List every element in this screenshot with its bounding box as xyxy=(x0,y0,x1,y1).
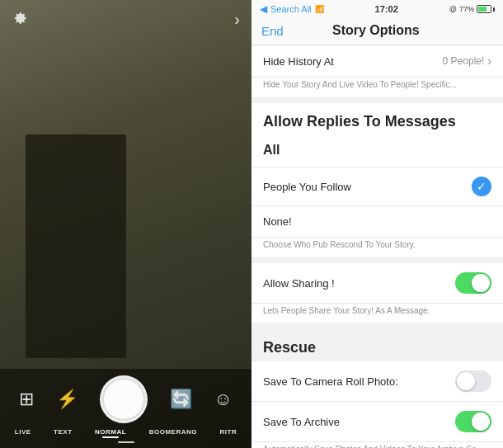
settings-icon[interactable] xyxy=(12,10,28,31)
none-subtitle: Choose Who Pub Rescond To Your Story. xyxy=(252,238,503,257)
camera-roll-toggle[interactable] xyxy=(455,370,491,392)
people-follow-label: People You Follow xyxy=(263,181,351,193)
battery-icon xyxy=(477,5,495,13)
camera-controls-row: ⊞ ⚡ 🔄 ☺ xyxy=(0,375,252,423)
hide-history-chevron: › xyxy=(487,54,491,68)
rescue-options: Save To Camera Roll Photo: Save To Archi… xyxy=(252,361,503,448)
all-option-label: All xyxy=(263,143,280,158)
hide-history-section: Hide History At 0 People! › Hide Your St… xyxy=(252,45,503,97)
allow-sharing-label: Allow Sharing ! xyxy=(263,277,335,290)
camera-roll-row[interactable]: Save To Camera Roll Photo: xyxy=(252,361,503,402)
allow-replies-header: Allow Replies To Messages xyxy=(252,103,503,134)
scroll-content: Hide History At 0 People! › Hide Your St… xyxy=(252,45,503,448)
shutter-button[interactable] xyxy=(100,375,148,423)
archive-subtitle: Automatically Save Photos And Videos To … xyxy=(252,442,503,448)
none-label: None! xyxy=(263,215,292,228)
allow-sharing-row[interactable]: Allow Sharing ! xyxy=(252,263,503,304)
battery-percent: 77% xyxy=(459,5,474,13)
camera-roll-label: Save To Camera Roll Photo: xyxy=(263,375,398,388)
wifi-signal-icon: 📶 xyxy=(315,5,324,13)
status-left[interactable]: ◀ Search All 📶 xyxy=(260,3,324,15)
mode-text[interactable]: TEXT xyxy=(54,428,72,438)
mode-live[interactable]: LIVE xyxy=(15,428,31,438)
allow-sharing-section: Allow Sharing ! Lets People Share Your S… xyxy=(252,263,503,323)
camera-forward-icon[interactable]: › xyxy=(234,10,240,29)
search-all-label[interactable]: Search All xyxy=(270,4,312,14)
allow-sharing-subtitle: Lets People Share Your Story! As A Messa… xyxy=(252,304,503,323)
allow-sharing-toggle[interactable] xyxy=(455,272,491,294)
mode-rewind[interactable]: RITR xyxy=(220,428,237,438)
effects-icon[interactable]: ☺ xyxy=(214,389,232,410)
camera-bottom-bar: ⊞ ⚡ 🔄 ☺ LIVE TEXT NORMAL BOOMERANG RITR xyxy=(0,369,252,448)
all-option-row[interactable]: All xyxy=(252,134,503,167)
mode-boomerang[interactable]: BOOMERANG xyxy=(149,428,197,438)
hide-history-row[interactable]: Hide History At 0 People! › xyxy=(252,45,503,78)
hide-history-count: 0 People! xyxy=(443,55,485,67)
allow-replies-section: Allow Replies To Messages All People You… xyxy=(252,103,503,257)
hide-history-value: 0 People! › xyxy=(443,54,491,68)
nav-bar: End Story Options xyxy=(252,18,503,45)
back-icon[interactable]: ◀ xyxy=(260,3,267,15)
status-right: @ 77% xyxy=(449,5,495,13)
rescue-header: Rescue xyxy=(252,329,503,361)
rescue-section: Rescue Save To Camera Roll Photo: Save T… xyxy=(252,329,503,448)
at-icon: @ xyxy=(449,5,457,13)
camera-panel: › ⊞ ⚡ 🔄 ☺ LIVE TEXT NORMAL BOOMERANG RIT… xyxy=(0,0,252,448)
status-bar: ◀ Search All 📶 17:02 @ 77% xyxy=(252,0,503,18)
mode-indicator xyxy=(118,441,134,443)
mode-normal[interactable]: NORMAL xyxy=(95,428,126,436)
hide-history-label: Hide History At xyxy=(263,55,334,68)
story-options-panel: ◀ Search All 📶 17:02 @ 77% End Story Opt… xyxy=(252,0,503,448)
save-archive-row[interactable]: Save To Archive xyxy=(252,402,503,442)
page-title: Story Options xyxy=(259,23,493,38)
status-time: 17:02 xyxy=(375,4,398,14)
save-archive-label: Save To Archive xyxy=(263,416,340,428)
flip-camera-icon[interactable]: 🔄 xyxy=(170,389,192,410)
none-option-row[interactable]: None! xyxy=(252,206,503,238)
people-you-follow-row[interactable]: People You Follow ✓ xyxy=(252,167,503,206)
save-archive-toggle[interactable] xyxy=(455,411,491,432)
flash-icon[interactable]: ⚡ xyxy=(56,389,78,410)
camera-mode-labels: LIVE TEXT NORMAL BOOMERANG RITR xyxy=(0,428,252,441)
selected-checkmark: ✓ xyxy=(472,177,491,196)
gallery-icon[interactable]: ⊞ xyxy=(19,389,34,410)
hide-history-subtitle: Hide Your Story And Live Video To People… xyxy=(252,78,503,97)
